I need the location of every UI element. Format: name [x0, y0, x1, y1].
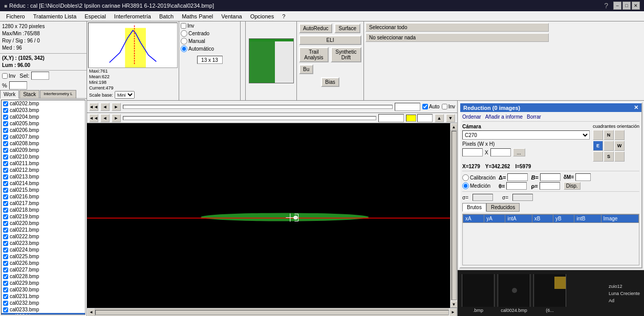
file-checkbox[interactable]	[3, 148, 8, 153]
file-item[interactable]: cal0218.bmp	[2, 207, 85, 213]
file-checkbox[interactable]	[3, 168, 8, 173]
nav-prev-1[interactable]: ◄	[100, 103, 110, 111]
file-checkbox[interactable]	[3, 194, 8, 199]
file-checkbox[interactable]	[3, 208, 8, 213]
menu-batch[interactable]: Batch	[155, 12, 178, 20]
file-item[interactable]: cal0234.bmp	[2, 313, 85, 315]
file-item[interactable]: cal0223.bmp	[2, 240, 85, 246]
file-item[interactable]: cal0211.bmp	[2, 160, 85, 167]
file-checkbox[interactable]	[3, 307, 8, 312]
automatico-radio[interactable]	[181, 46, 187, 52]
pixel-input[interactable]: 10	[417, 114, 433, 122]
file-item[interactable]: cal0224.bmp	[2, 246, 85, 253]
file-checkbox[interactable]	[3, 141, 8, 146]
medicion-radio-label[interactable]: Medición	[462, 183, 496, 189]
hscroll-left[interactable]: ◄	[87, 308, 95, 317]
menu-interferometria[interactable]: Interferometría	[110, 12, 155, 20]
synthetic-drift-button[interactable]: Synthetic Drift	[331, 47, 361, 62]
trail-analysis-button[interactable]: Trail Analysis	[299, 47, 329, 62]
file-item[interactable]: cal0214.bmp	[2, 180, 85, 187]
file-checkbox[interactable]	[3, 174, 8, 179]
file-checkbox[interactable]	[3, 134, 8, 140]
manual-radio[interactable]	[181, 38, 187, 44]
file-item[interactable]: cal0203.bmp	[2, 107, 85, 114]
file-item[interactable]: cal0216.bmp	[2, 193, 85, 200]
nav-prev-prev-2[interactable]: ◄◄	[89, 114, 98, 122]
col-inta[interactable]: intA	[505, 215, 532, 223]
file-item[interactable]: cal0210.bmp	[2, 153, 85, 160]
centrado-radio[interactable]	[181, 30, 187, 37]
order-button[interactable]: Ordenar	[462, 114, 481, 120]
file-checkbox[interactable]	[3, 274, 8, 279]
deltam-input[interactable]: 0	[575, 173, 591, 181]
file-item[interactable]: cal0232.bmp	[2, 300, 85, 306]
h-scrollbar[interactable]: ◄ ►	[87, 308, 457, 316]
file-item[interactable]: cal0205.bmp	[2, 120, 85, 127]
file-checkbox[interactable]	[3, 201, 8, 206]
minimize-button[interactable]: –	[613, 2, 621, 10]
delete-button[interactable]: Borrar	[527, 114, 541, 120]
menu-tratamiento[interactable]: Tratamiento Lista	[29, 12, 81, 20]
coord-input-1[interactable]: 494	[395, 103, 420, 111]
file-item[interactable]: cal0221.bmp	[2, 227, 85, 233]
vscroll-up[interactable]: ▲	[450, 123, 458, 130]
sigma2-input[interactable]	[512, 194, 533, 201]
theta-input[interactable]: 270	[506, 182, 527, 190]
scale-select[interactable]: Mini	[115, 91, 135, 99]
slider-1[interactable]	[123, 105, 393, 109]
spectrum-area[interactable]	[87, 123, 450, 308]
medicion-radio[interactable]	[462, 183, 469, 189]
vscroll-down[interactable]: ▼	[450, 301, 458, 308]
camera-select[interactable]: C270	[462, 130, 590, 140]
file-item[interactable]: cal0204.bmp	[2, 114, 85, 120]
help-icon[interactable]: ?	[604, 2, 608, 10]
col-xa[interactable]: xA	[463, 215, 484, 223]
file-item[interactable]: cal0222.bmp	[2, 233, 85, 240]
rho-input[interactable]: 0	[540, 182, 560, 190]
file-checkbox[interactable]	[3, 267, 8, 273]
nav-prev-prev-1[interactable]: ◄◄	[89, 103, 98, 111]
tab-work[interactable]: Work	[0, 90, 19, 99]
data-table-container[interactable]: xA yA intA xB yB intB Image	[462, 214, 639, 265]
col-intb[interactable]: intB	[574, 215, 601, 223]
file-item[interactable]: cal0209.bmp	[2, 147, 85, 153]
inv-checkbox[interactable]	[2, 73, 8, 79]
tab-interferometry[interactable]: Interferometry L	[40, 90, 76, 98]
file-item[interactable]: cal0212.bmp	[2, 167, 85, 173]
maximize-button[interactable]: □	[622, 2, 631, 10]
file-item[interactable]: cal0208.bmp	[2, 140, 85, 147]
col-xb[interactable]: xB	[532, 215, 553, 223]
auto-checkbox-label[interactable]: Auto	[422, 104, 440, 109]
automatico-label[interactable]: Automático	[181, 46, 239, 52]
orient-s[interactable]: S	[604, 151, 614, 162]
centrado-label[interactable]: Centrado	[181, 30, 239, 37]
file-checkbox[interactable]	[3, 281, 8, 286]
thumb-img-2[interactable]	[498, 274, 530, 307]
file-checkbox[interactable]	[3, 188, 8, 193]
inv-nav-checkbox[interactable]	[442, 104, 447, 109]
add-report-button[interactable]: Añadir a informe	[485, 114, 523, 120]
file-checkbox[interactable]	[3, 154, 8, 160]
file-checkbox[interactable]	[3, 247, 8, 253]
orient-e[interactable]: E	[593, 141, 603, 151]
nav-next-2[interactable]: ►	[112, 114, 121, 122]
nav-prev-2[interactable]: ◄	[100, 114, 110, 122]
tab-brutos[interactable]: Brutos	[462, 203, 486, 212]
menu-especial[interactable]: Especial	[80, 12, 110, 20]
menu-fichero[interactable]: Fichero	[2, 12, 29, 20]
orient-n[interactable]: N	[604, 130, 614, 140]
inv-settings-checkbox[interactable]	[181, 23, 186, 29]
beta-input[interactable]: 0.64	[540, 173, 561, 181]
col-ya[interactable]: yA	[484, 215, 505, 223]
coord-input-2[interactable]: 95.44	[378, 114, 404, 122]
file-checkbox[interactable]	[3, 314, 8, 315]
pixel-h-input[interactable]: 2.02	[490, 148, 511, 156]
sigma1-input[interactable]	[473, 194, 493, 201]
file-item[interactable]: cal0225.bmp	[2, 253, 85, 260]
file-list-container[interactable]: cal0202.bmpcal0203.bmpcal0204.bmpcal0205…	[1, 100, 85, 315]
file-item[interactable]: cal0215.bmp	[2, 187, 85, 193]
file-checkbox[interactable]	[3, 181, 8, 186]
col-image[interactable]: Image	[601, 215, 638, 223]
file-item[interactable]: cal0206.bmp	[2, 127, 85, 133]
file-item[interactable]: cal0231.bmp	[2, 293, 85, 300]
